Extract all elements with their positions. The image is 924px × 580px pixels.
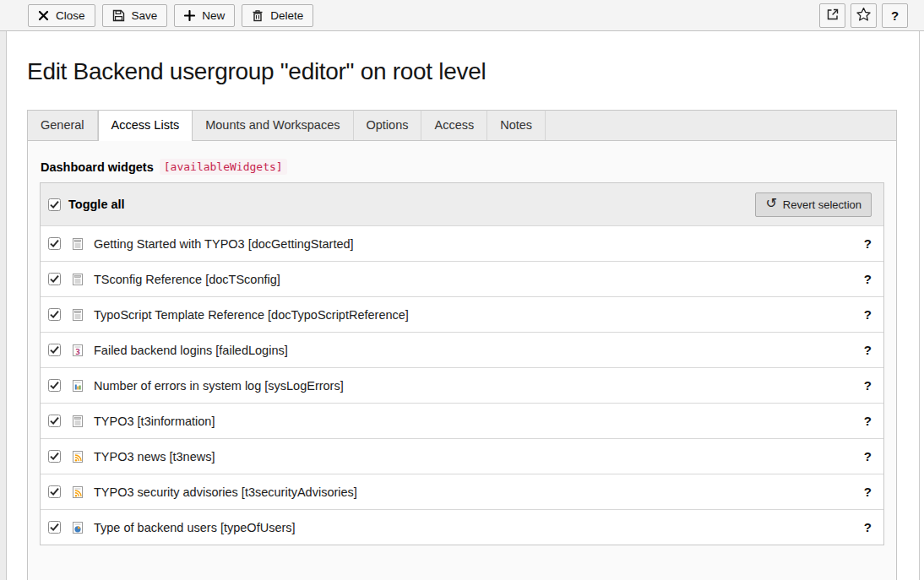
row-checkbox[interactable] (48, 344, 61, 356)
module-body: Edit Backend usergroup "editor" on root … (6, 31, 920, 580)
save-icon (112, 9, 125, 22)
save-button[interactable]: Save (102, 4, 168, 27)
row-help-button[interactable]: ? (864, 449, 872, 463)
table-row: TypoScript Template Reference [docTypoSc… (41, 296, 883, 332)
row-help-button[interactable]: ? (864, 378, 872, 393)
dashboard-widgets-table: Toggle all ↺ Revert selection Getting St… (40, 182, 884, 545)
right-gutter (920, 31, 924, 580)
open-in-new-window-icon (826, 8, 840, 24)
bookmark-button[interactable] (851, 3, 877, 28)
docheader-toolbar: Close Save New Delete ? (0, 0, 924, 31)
rss-widget-icon (71, 485, 84, 499)
widget-label: Type of backend users [typeOfUsers] (94, 521, 296, 534)
rss-widget-icon (71, 450, 84, 463)
table-header-row: Toggle all ↺ Revert selection (41, 183, 883, 225)
close-button-label: Close (56, 9, 85, 22)
table-row: 3 Failed backend logins [failedLogins] ? (41, 332, 883, 367)
widget-label: TYPO3 [t3information] (94, 415, 215, 428)
table-row: Type of backend users [typeOfUsers] ? (41, 509, 883, 545)
row-checkbox[interactable] (48, 485, 61, 498)
widget-label: Getting Started with TYPO3 [docGettingSt… (94, 237, 354, 251)
row-help-button[interactable]: ? (864, 236, 872, 251)
document-widget-icon (71, 308, 84, 322)
row-help-button[interactable]: ? (864, 343, 872, 357)
delete-button-label: Delete (270, 9, 303, 22)
revert-icon: ↺ (765, 197, 776, 210)
delete-button[interactable]: Delete (242, 4, 313, 27)
docheader-right-buttons: ? (819, 3, 908, 28)
row-checkbox[interactable] (48, 415, 61, 427)
tab-options[interactable]: Options (354, 110, 422, 140)
row-checkbox[interactable] (48, 521, 61, 534)
widget-label: TypoScript Template Reference [docTypoSc… (94, 308, 409, 322)
tab-access[interactable]: Access (421, 110, 487, 140)
field-label-text: Dashboard widgets (41, 160, 154, 174)
row-help-button[interactable]: ? (864, 414, 872, 428)
table-body: Getting Started with TYPO3 [docGettingSt… (41, 225, 883, 545)
row-checkbox[interactable] (48, 273, 61, 285)
new-button[interactable]: New (174, 4, 235, 27)
close-icon (38, 10, 49, 21)
toggle-all-checkbox[interactable] (48, 198, 61, 211)
table-row: TYPO3 security advisories [t3securityAdv… (41, 474, 883, 509)
widget-label: TYPO3 news [t3news] (94, 450, 215, 463)
row-checkbox[interactable] (48, 308, 61, 321)
widget-label: Failed backend logins [failedLogins] (94, 344, 288, 357)
row-checkbox[interactable] (48, 379, 61, 392)
tab-access-lists[interactable]: Access Lists (98, 110, 193, 141)
toggle-all-label: Toggle all (68, 198, 125, 211)
row-help-button[interactable]: ? (864, 485, 872, 499)
bookmark-star-icon (856, 7, 872, 24)
widget-label: Number of errors in system log [sysLogEr… (94, 379, 344, 393)
document-widget-icon (71, 237, 84, 251)
document-widget-icon (71, 273, 84, 286)
pie-widget-icon (71, 521, 84, 534)
help-icon: ? (891, 8, 899, 23)
revert-selection-button[interactable]: ↺ Revert selection (755, 192, 872, 217)
help-button[interactable]: ? (882, 3, 908, 28)
table-row: TYPO3 [t3information] ? (41, 403, 883, 438)
barchart-widget-icon (71, 379, 84, 393)
table-row: Getting Started with TYPO3 [docGettingSt… (41, 225, 883, 261)
table-row: Number of errors in system log [sysLogEr… (41, 367, 883, 403)
row-help-button[interactable]: ? (864, 272, 872, 286)
trash-icon (252, 9, 264, 22)
row-checkbox[interactable] (48, 450, 61, 463)
svg-text:3: 3 (75, 346, 80, 355)
tab-notes[interactable]: Notes (487, 110, 546, 140)
revert-selection-label: Revert selection (783, 198, 861, 211)
tab-mounts-and-workspaces[interactable]: Mounts and Workspaces (193, 110, 353, 140)
table-row: TSconfig Reference [docTSconfig] ? (41, 261, 883, 296)
row-checkbox[interactable] (48, 237, 61, 250)
close-button[interactable]: Close (28, 4, 95, 27)
open-in-new-window-button[interactable] (819, 3, 845, 28)
page-title: Edit Backend usergroup "editor" on root … (27, 57, 919, 86)
row-help-button[interactable]: ? (864, 307, 872, 322)
number-widget-icon: 3 (71, 344, 84, 357)
field-label: Dashboard widgets [availableWidgets] (41, 159, 884, 175)
tab-strip-filler (546, 110, 897, 140)
tab-general[interactable]: General (27, 110, 98, 140)
document-widget-icon (71, 415, 84, 428)
plus-icon (184, 10, 195, 21)
new-button-label: New (202, 9, 225, 22)
row-help-button[interactable]: ? (864, 520, 872, 534)
save-button-label: Save (132, 9, 158, 22)
table-row: TYPO3 news [t3news] ? (41, 438, 883, 474)
tab-strip: GeneralAccess ListsMounts and Workspaces… (27, 110, 897, 140)
form-tabs: GeneralAccess ListsMounts and Workspaces… (27, 110, 897, 580)
widget-label: TYPO3 security advisories [t3securityAdv… (94, 485, 357, 499)
field-code-badge: [availableWidgets] (160, 159, 287, 175)
widget-label: TSconfig Reference [docTSconfig] (94, 273, 280, 286)
tab-panel-access-lists: Dashboard widgets [availableWidgets] Tog… (27, 140, 897, 580)
